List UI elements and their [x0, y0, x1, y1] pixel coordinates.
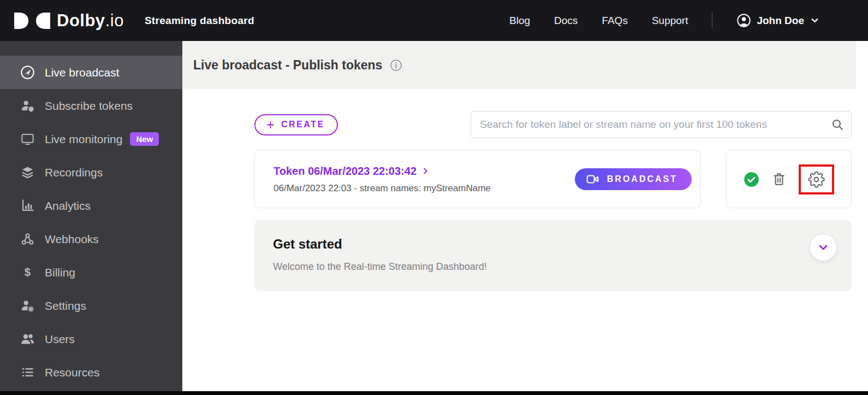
- video-camera-icon: [586, 172, 600, 186]
- sidebar-item-analytics[interactable]: Analytics: [0, 189, 182, 222]
- list-icon: [20, 365, 35, 380]
- trash-icon: [771, 172, 787, 187]
- person-gear-icon: [20, 298, 35, 313]
- user-menu[interactable]: John Doe: [736, 13, 820, 28]
- layers-icon: [20, 165, 35, 180]
- sidebar-item-subscribe-tokens[interactable]: Subscribe tokens: [0, 89, 182, 122]
- content-area: CREATE Token 06/Mar/2023 22:03:42 06/Mar…: [182, 111, 868, 291]
- sidebar-item-billing[interactable]: $ Billing: [0, 256, 182, 289]
- topbar: Dolby.io Streaming dashboard BlogDocsFAQ…: [0, 0, 868, 41]
- chevron-right-icon: [421, 167, 430, 175]
- broadcast-button-label: BROADCAST: [607, 174, 677, 184]
- nav-support[interactable]: Support: [652, 15, 688, 27]
- nav-faqs[interactable]: FAQs: [602, 15, 628, 27]
- bottom-strip: [0, 391, 868, 395]
- get-started-subtitle: Welcome to the Real-time Streaming Dashb…: [273, 261, 852, 273]
- sidebar-item-label: Webhooks: [45, 233, 99, 246]
- app-title: Streaming dashboard: [145, 15, 254, 27]
- search-box: [471, 111, 852, 138]
- chevron-down-icon: [817, 241, 830, 254]
- new-badge: New: [130, 132, 159, 146]
- page-title: Live broadcast - Publish tokens: [193, 58, 382, 73]
- create-button-label: CREATE: [281, 120, 325, 129]
- sidebar-item-label: Recordings: [45, 166, 103, 179]
- bar-chart-icon: [20, 198, 35, 213]
- nav-docs[interactable]: Docs: [554, 15, 578, 27]
- broadcast-button[interactable]: BROADCAST: [575, 168, 692, 190]
- highlight-box: [799, 164, 834, 194]
- search-icon[interactable]: [831, 118, 844, 131]
- sidebar-item-label: Analytics: [45, 199, 91, 213]
- info-icon[interactable]: [390, 59, 402, 72]
- live-broadcast-icon: [20, 65, 35, 80]
- users-icon: [20, 332, 35, 346]
- chevron-down-icon: [810, 15, 820, 26]
- active-status-check-icon: [744, 172, 759, 187]
- gear-icon: [808, 171, 825, 188]
- sidebar-item-label: Resources: [45, 366, 99, 379]
- delete-token-button[interactable]: [771, 172, 787, 187]
- sidebar-item-live-monitoring[interactable]: Live monitoring New: [0, 122, 182, 156]
- dollar-icon: $: [20, 265, 35, 280]
- sidebar-item-users[interactable]: Users: [0, 322, 182, 356]
- expand-get-started-button[interactable]: [810, 234, 836, 261]
- monitor-icon: [20, 132, 35, 146]
- user-avatar-icon: [736, 13, 751, 28]
- token-texts: Token 06/Mar/2023 22:03:42 06/Mar/2023 2…: [274, 165, 575, 194]
- sidebar-item-resources[interactable]: Resources: [0, 356, 182, 389]
- main-content: Live broadcast - Publish tokens CREATE T…: [182, 41, 868, 391]
- sidebar-item-live-broadcast[interactable]: Live broadcast: [0, 56, 182, 89]
- sidebar-item-webhooks[interactable]: Webhooks: [0, 222, 182, 256]
- token-row: Token 06/Mar/2023 22:03:42 06/Mar/2023 2…: [254, 150, 852, 208]
- token-actions-card: [726, 150, 852, 208]
- plus-icon: [265, 120, 276, 130]
- topnav: BlogDocsFAQsSupport John Doe: [509, 13, 868, 29]
- get-started-panel: Get started Welcome to the Real-time Str…: [254, 220, 852, 291]
- toolbar: CREATE: [254, 111, 852, 138]
- sidebar-item-label: Settings: [45, 299, 86, 313]
- search-input[interactable]: [471, 111, 852, 138]
- token-title: Token 06/Mar/2023 22:03:42: [274, 165, 417, 178]
- sidebar-item-label: Billing: [45, 266, 75, 279]
- svg-text:$: $: [24, 266, 30, 278]
- webhook-icon: [20, 232, 35, 246]
- topnav-divider: [712, 13, 712, 29]
- token-settings-button[interactable]: [808, 171, 825, 188]
- subscribe-tokens-icon: [20, 98, 35, 113]
- token-card: Token 06/Mar/2023 22:03:42 06/Mar/2023 2…: [254, 150, 701, 208]
- logo-text: Dolby.io: [57, 11, 124, 31]
- sidebar-item-label: Users: [45, 333, 75, 346]
- sidebar-item-settings[interactable]: Settings: [0, 289, 182, 322]
- sidebar-item-label: Live broadcast: [45, 66, 120, 79]
- page-header: Live broadcast - Publish tokens: [182, 41, 856, 89]
- token-link[interactable]: Token 06/Mar/2023 22:03:42: [274, 165, 575, 178]
- sidebar-item-label: Live monitoring: [45, 133, 122, 146]
- get-started-title: Get started: [273, 237, 852, 252]
- create-button[interactable]: CREATE: [254, 114, 338, 135]
- dolby-logo: Dolby.io: [14, 11, 124, 31]
- sidebar-item-recordings[interactable]: Recordings: [0, 156, 182, 189]
- user-name: John Doe: [757, 15, 804, 27]
- nav-blog[interactable]: Blog: [509, 15, 530, 27]
- sidebar: Live broadcast Subscribe tokens Live mon…: [0, 41, 182, 391]
- token-subtitle: 06/Mar/2023 22:03 - stream names: myStre…: [274, 183, 575, 194]
- sidebar-item-label: Subscribe tokens: [45, 99, 133, 113]
- dolby-logo-icon: [14, 12, 50, 30]
